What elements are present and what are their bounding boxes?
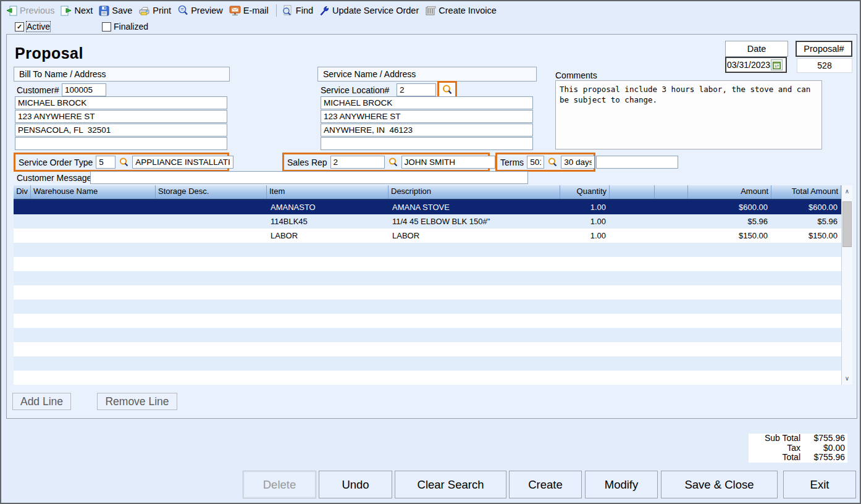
cell	[655, 243, 688, 257]
column-header[interactable]	[610, 185, 655, 199]
preview-button[interactable]: Preview	[177, 5, 223, 16]
column-header[interactable]: Total Amount	[771, 185, 841, 199]
sales-rep-code-input[interactable]	[330, 156, 385, 169]
service-address3-input[interactable]	[321, 137, 533, 150]
table-row-empty[interactable]	[14, 285, 852, 300]
table-row[interactable]: LABORLABOR1.00$150.00$150.00	[14, 229, 852, 243]
customer-number-input[interactable]	[62, 83, 106, 96]
create-invoice-button[interactable]: Create Invoice	[425, 6, 497, 16]
table-row[interactable]: AMANASTOAMANA STOVE1.00$600.00$600.00	[14, 200, 852, 214]
grid-body: AMANASTOAMANA STOVE1.00$600.00$600.00114…	[14, 200, 852, 385]
cell	[688, 371, 771, 385]
scroll-down-arrow[interactable]: ∨	[842, 373, 852, 384]
table-row-empty[interactable]	[14, 300, 852, 314]
terms-extra-input[interactable]	[596, 156, 678, 169]
service-order-type-desc-input[interactable]	[132, 156, 233, 169]
finalized-checkbox[interactable]: Finalized	[102, 22, 148, 32]
service-location-input[interactable]	[397, 83, 436, 96]
active-checkbox[interactable]: ✓ Active	[15, 22, 50, 32]
column-header[interactable]: Warehouse Name	[31, 185, 156, 199]
terms-desc-input[interactable]	[561, 156, 595, 169]
cell	[655, 371, 688, 385]
cell	[388, 328, 560, 342]
grid-scrollbar[interactable]: ∧ ∨	[841, 185, 852, 385]
cell: AMANASTO	[267, 200, 388, 214]
create-button[interactable]: Create	[509, 471, 582, 498]
undo-button[interactable]: Undo	[319, 471, 392, 498]
previous-button[interactable]: Previous	[6, 6, 54, 16]
cell	[771, 356, 841, 371]
column-header[interactable]: Div	[14, 185, 31, 199]
table-row-empty[interactable]	[14, 243, 852, 257]
service-order-type-code-input[interactable]	[96, 156, 116, 169]
cell	[267, 257, 388, 271]
cell	[771, 371, 841, 385]
date-input[interactable]	[726, 60, 771, 70]
column-header[interactable]: Description	[388, 185, 560, 199]
total-value: $755.96	[809, 453, 847, 463]
comments-textarea[interactable]: This proposal include 3 hours labor, the…	[555, 80, 822, 149]
cell	[31, 314, 156, 328]
update-service-order-button[interactable]: Update Service Order	[319, 6, 419, 16]
cell: 114BLK45	[267, 214, 388, 229]
bill-to-address1-input[interactable]	[15, 110, 227, 123]
find-button[interactable]: Find	[282, 5, 313, 16]
table-row-empty[interactable]	[14, 356, 852, 371]
table-row-empty[interactable]	[14, 342, 852, 356]
delete-button[interactable]: Delete	[243, 471, 316, 498]
column-header[interactable]: Storage Desc.	[156, 185, 267, 199]
previous-label: Previous	[20, 6, 54, 15]
table-row-empty[interactable]	[14, 314, 852, 328]
save-close-button[interactable]: Save & Close	[661, 471, 778, 498]
cell	[388, 271, 560, 285]
clear-search-button[interactable]: Clear Search	[395, 471, 506, 498]
cell	[14, 229, 31, 243]
finalized-checkbox-box[interactable]	[102, 22, 111, 32]
table-row-empty[interactable]	[14, 328, 852, 342]
cell	[610, 328, 655, 342]
bill-to-address3-input[interactable]	[15, 137, 227, 150]
active-checkbox-box[interactable]: ✓	[15, 22, 24, 32]
service-order-type-label: Service Order Type	[19, 158, 93, 167]
sales-rep-name-input[interactable]	[401, 156, 495, 169]
service-address1-input[interactable]	[321, 110, 533, 123]
modify-button[interactable]: Modify	[585, 471, 658, 498]
previous-icon	[6, 6, 17, 16]
save-button[interactable]: Save	[99, 6, 132, 16]
sales-rep-search-button[interactable]	[388, 156, 398, 169]
table-row-empty[interactable]	[14, 257, 852, 271]
service-address2-input[interactable]	[321, 124, 533, 136]
calendar-icon[interactable]: 17	[771, 59, 783, 70]
add-line-button[interactable]: Add Line	[12, 393, 71, 410]
column-header[interactable]: Quantity	[560, 185, 610, 199]
terms-code-input[interactable]	[527, 156, 544, 169]
cell	[388, 356, 560, 371]
service-location-search-button[interactable]	[437, 81, 457, 98]
column-header[interactable]	[655, 185, 688, 199]
wrench-icon	[319, 6, 330, 16]
next-button[interactable]: Next	[61, 6, 93, 16]
bill-to-name-input[interactable]	[15, 96, 227, 109]
service-name-input[interactable]	[321, 96, 533, 109]
column-header[interactable]: Amount	[688, 185, 771, 199]
exit-button[interactable]: Exit	[783, 471, 856, 498]
email-button[interactable]: E-mail	[229, 6, 269, 16]
scroll-up-arrow[interactable]: ∧	[842, 186, 852, 197]
cell	[156, 328, 267, 342]
cell	[655, 300, 688, 314]
table-row-empty[interactable]	[14, 271, 852, 285]
table-row[interactable]: 114BLK4511/4 45 ELBOW BLK 150#"1.00$5.96…	[14, 214, 852, 229]
column-header[interactable]: Item	[267, 185, 388, 199]
cell	[267, 342, 388, 356]
service-order-type-search-button[interactable]	[119, 156, 129, 169]
cell	[688, 328, 771, 342]
finalized-checkbox-label: Finalized	[114, 22, 148, 32]
customer-message-input[interactable]	[90, 171, 528, 184]
print-button[interactable]: Print	[138, 6, 171, 16]
terms-search-button[interactable]	[547, 156, 558, 169]
cell	[267, 285, 388, 300]
table-row-empty[interactable]	[14, 371, 852, 385]
scrollbar-thumb[interactable]	[842, 201, 852, 247]
remove-line-button[interactable]: Remove Line	[97, 393, 177, 410]
bill-to-address2-input[interactable]	[15, 124, 227, 136]
